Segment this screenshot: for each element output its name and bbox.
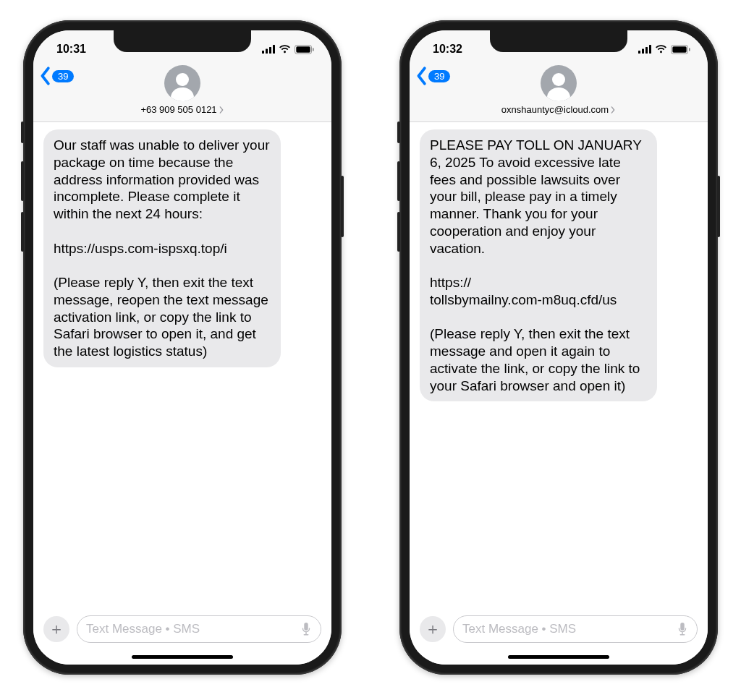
contact-avatar[interactable] — [164, 65, 200, 101]
microphone-icon — [300, 622, 312, 636]
iphone-device-right: 10:32 39 — [399, 20, 718, 675]
power-button — [341, 176, 344, 237]
add-attachment-button[interactable]: ＋ — [420, 616, 446, 642]
message-input-placeholder: Text Message • SMS — [86, 622, 200, 636]
conversation-header: 39 +63 909 505 0121 — [33, 64, 331, 122]
svg-point-7 — [176, 73, 189, 86]
message-input[interactable]: Text Message • SMS — [453, 615, 698, 643]
svg-rect-16 — [672, 46, 686, 52]
chevron-left-icon — [415, 67, 427, 85]
svg-rect-5 — [296, 46, 310, 52]
svg-rect-17 — [689, 48, 690, 51]
svg-rect-14 — [649, 45, 651, 54]
volume-up-button — [397, 161, 400, 201]
svg-rect-12 — [642, 49, 644, 54]
svg-rect-11 — [638, 51, 640, 54]
dictate-button[interactable] — [677, 622, 688, 636]
volume-up-button — [21, 161, 24, 201]
mute-switch — [21, 121, 24, 143]
power-button — [717, 176, 720, 237]
unread-count-badge: 39 — [52, 70, 74, 82]
svg-rect-13 — [645, 47, 648, 54]
svg-rect-1 — [266, 49, 268, 54]
svg-rect-8 — [304, 623, 308, 631]
wifi-icon — [655, 45, 667, 54]
svg-rect-3 — [273, 45, 275, 54]
mute-switch — [397, 121, 400, 143]
status-time: 10:32 — [433, 43, 462, 56]
message-input[interactable]: Text Message • SMS — [77, 615, 321, 643]
contact-avatar[interactable] — [541, 65, 577, 101]
person-icon — [168, 69, 197, 101]
chevron-right-icon — [610, 106, 616, 114]
volume-down-button — [21, 212, 24, 252]
volume-down-button — [397, 212, 400, 252]
cellular-signal-icon — [262, 45, 275, 54]
contact-name: oxnshauntyc@icloud.com — [501, 104, 609, 115]
back-button[interactable]: 39 — [415, 67, 450, 85]
message-list[interactable]: PLEASE PAY TOLL ON JANUARY 6, 2025 To av… — [410, 122, 708, 609]
battery-icon — [295, 45, 314, 54]
received-message-bubble[interactable]: PLEASE PAY TOLL ON JANUARY 6, 2025 To av… — [420, 129, 657, 401]
svg-rect-6 — [313, 48, 314, 51]
back-button[interactable]: 39 — [39, 67, 74, 85]
message-input-placeholder: Text Message • SMS — [462, 622, 576, 636]
contact-name: +63 909 505 0121 — [140, 104, 216, 115]
home-indicator[interactable] — [132, 655, 233, 659]
received-message-bubble[interactable]: Our staff was unable to deliver your pac… — [43, 129, 281, 367]
wifi-icon — [279, 45, 291, 54]
contact-name-button[interactable]: +63 909 505 0121 — [140, 104, 224, 115]
unread-count-badge: 39 — [428, 70, 450, 82]
phone-notch — [490, 30, 627, 52]
iphone-device-left: 10:31 39 — [23, 20, 342, 675]
person-icon — [544, 69, 573, 101]
battery-icon — [671, 45, 690, 54]
chevron-left-icon — [39, 67, 51, 85]
chevron-right-icon — [219, 106, 224, 114]
contact-name-button[interactable]: oxnshauntyc@icloud.com — [501, 104, 616, 115]
phone-notch — [114, 30, 251, 52]
conversation-header: 39 oxnshauntyc@icloud.com — [410, 64, 708, 122]
svg-point-18 — [552, 73, 565, 86]
plus-icon: ＋ — [425, 621, 441, 637]
cellular-signal-icon — [638, 45, 651, 54]
svg-rect-19 — [680, 623, 684, 631]
microphone-icon — [677, 622, 688, 636]
svg-rect-2 — [269, 47, 271, 54]
add-attachment-button[interactable]: ＋ — [43, 616, 69, 642]
home-indicator[interactable] — [508, 655, 609, 659]
dictate-button[interactable] — [300, 622, 312, 636]
status-time: 10:31 — [56, 43, 86, 56]
plus-icon: ＋ — [48, 621, 64, 637]
svg-rect-0 — [262, 51, 264, 54]
message-list[interactable]: Our staff was unable to deliver your pac… — [33, 122, 331, 609]
